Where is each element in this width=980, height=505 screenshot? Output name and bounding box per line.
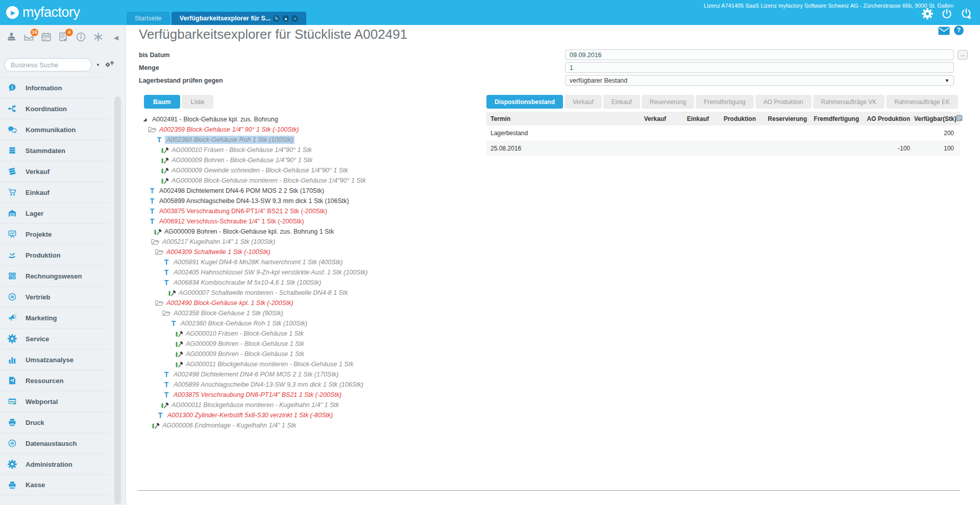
detail-tab-einkauf[interactable]: Einkauf — [603, 95, 640, 109]
tree-row-29[interactable]: TA001300 Zylinder-Kerbstift 5x8-S30 verz… — [138, 410, 485, 420]
help-icon[interactable]: ? — [954, 26, 964, 35]
tree-row-label: A006912 Verschluss-Schraube 1/4" 1 Stk (… — [158, 217, 306, 225]
sidebar-item-produktion[interactable]: Produktion — [0, 244, 109, 265]
tree-row-9[interactable]: TA003875 Verschraubung DN6-PT1/4" BS21 2… — [138, 206, 485, 216]
tree-row-28[interactable]: AG000011 Blockgehäuse montieren - Kugelh… — [138, 400, 485, 410]
asterisk-icon[interactable] — [93, 32, 104, 42]
tree-row-11[interactable]: AG000009 Bohren - Block-Gehäuse kpl. zus… — [138, 226, 485, 237]
tree-row-20[interactable]: TA002360 Block-Gehäuse Roh 1 Stk (100Stk… — [138, 318, 485, 329]
stock-check-select[interactable]: verfügbarer Bestand ▼ — [565, 75, 954, 86]
column-header-verf-gbar-stk-[interactable]: Verfügbar(Stk) — [912, 115, 956, 122]
sidebar-item-datenaustausch[interactable]: Datenaustausch — [0, 433, 109, 453]
detail-tab-rahmenaufträge-vk[interactable]: Rahmenaufträge VK — [813, 95, 885, 109]
detail-tab-dispositionsbestand[interactable]: Dispositionsbestand — [486, 95, 563, 109]
stamp-icon[interactable] — [6, 32, 17, 42]
sidebar-item-verkauf[interactable]: Verkauf — [0, 161, 109, 182]
session-tab-label: Verfügbarkeitsexplorer für S... — [180, 15, 271, 22]
tree-row-18[interactable]: A002490 Block-Gehäuse kpl. 1 Stk (-200St… — [138, 298, 485, 308]
tree-row-24[interactable]: AG000011 Blockgehäuse montieren - Block-… — [138, 359, 485, 369]
calendar-icon[interactable] — [41, 32, 52, 42]
tree-tab-liste[interactable]: Liste — [182, 95, 213, 109]
tree-row-3[interactable]: AG000010 Fräsen - Block-Gehäuse 1/4"90° … — [138, 145, 485, 155]
settings-gear-icon[interactable] — [922, 8, 933, 21]
tree-row-0[interactable]: ◢A002491 - Block-Gehäuse kpl. zus. Bohru… — [138, 114, 485, 124]
sidebar-item-druck[interactable]: Druck — [0, 412, 109, 433]
sidebar-item-ressourcen[interactable]: Ressourcen — [0, 370, 109, 391]
tree-row-5[interactable]: AG000009 Gewinde schneiden - Block-Gehäu… — [138, 165, 485, 175]
search-settings-gears-icon[interactable] — [104, 59, 115, 70]
sidebar-item-lager[interactable]: Lager — [0, 203, 109, 223]
business-search-input[interactable] — [4, 58, 92, 71]
tree-row-8[interactable]: TA005899 Anschlagscheibe DN4-13-SW 9,3 m… — [138, 196, 485, 206]
session-tab-0[interactable]: Startseite — [127, 12, 170, 25]
tree-row-6[interactable]: AG000008 Block-Gehäuse montieren - Block… — [138, 175, 485, 186]
tree-expanded-icon[interactable]: ◢ — [141, 115, 149, 123]
detail-tab-rahmenaufträge-ek[interactable]: Rahmenaufträge EK — [886, 95, 958, 109]
table-row-1[interactable]: 25.08.2016-100100 — [486, 141, 960, 156]
sidebar-item-administration[interactable]: Administration — [0, 453, 109, 474]
search-dropdown-icon[interactable]: ▼ — [96, 63, 100, 67]
sidebar-item-webportal[interactable]: wwwWebportal — [0, 391, 109, 412]
tree-row-12[interactable]: A005217 Kugelhahn 1/4" 1 Stk (100Stk) — [138, 237, 485, 247]
sidebar-scrollbar[interactable] — [114, 96, 121, 504]
tab-collapse-icon[interactable]: ▲ — [282, 15, 289, 22]
detail-tab-ao-produktion[interactable]: AO Produktion — [755, 95, 812, 109]
sidebar-item-service[interactable]: Service — [0, 328, 109, 349]
detail-tab-reservierung[interactable]: Reservierung — [642, 95, 694, 109]
tree-row-25[interactable]: TA002498 Dichtelement DN4-6 POM MOS 2 1 … — [138, 369, 485, 380]
detail-tab-verkauf[interactable]: Verkauf — [565, 95, 602, 109]
mail-icon[interactable] — [938, 27, 950, 37]
sidebar-item-stammdaten[interactable]: Stammdaten — [0, 140, 109, 161]
column-header-ao-produktion[interactable]: AO Produktion — [861, 115, 912, 122]
tree-row-13[interactable]: A004309 Schaltwelle 1 Stk (-100Stk) — [138, 247, 485, 257]
new-session-power-icon[interactable] — [961, 8, 973, 22]
tasks-icon[interactable]: 4 — [58, 32, 69, 42]
column-header-reservierung[interactable]: Reservierung — [758, 115, 809, 122]
tree-row-19[interactable]: A002358 Block-Gehäuse 1 Stk (90Stk) — [138, 308, 485, 318]
sidebar-item-marketing[interactable]: Marketing — [0, 307, 109, 328]
column-header-einkauf[interactable]: Einkauf — [668, 115, 711, 122]
tab-close-icon[interactable]: × — [291, 15, 298, 22]
sidebar-item-rechnungswesen[interactable]: Rechnungswesen — [0, 265, 109, 286]
sidebar-item-einkauf[interactable]: Einkauf — [0, 182, 109, 203]
column-header-fremdfertigung[interactable]: Fremdfertigung — [809, 115, 861, 122]
tree-row-26[interactable]: TA005899 Anschlagscheibe DN4-13-SW 9,3 m… — [138, 380, 485, 390]
session-tab-1[interactable]: Verfügbarkeitsexplorer für S...↻▲× — [172, 12, 307, 25]
tree-row-30[interactable]: AG000006 Endmontage - Kugelhahn 1/4" 1 S… — [138, 420, 485, 431]
tree-row-21[interactable]: AG000010 Fräsen - Block-Gehäuse 1 Stk — [138, 329, 485, 339]
column-header-termin[interactable]: Termin — [486, 115, 625, 122]
sidebar-item-koordination[interactable]: Koordination — [0, 98, 109, 119]
tree-row-27[interactable]: TA003875 Verschraubung DN6-PT1/4" BS21 1… — [138, 390, 485, 400]
sidebar-item-projekte[interactable]: Projekte — [0, 223, 109, 244]
tree-row-10[interactable]: TA006912 Verschluss-Schraube 1/4" 1 Stk … — [138, 216, 485, 226]
sidebar-item-umsatzanalyse[interactable]: Umsatzanalyse — [0, 349, 109, 370]
sidebar-item-information[interactable]: Information — [0, 77, 109, 98]
tab-refresh-icon[interactable]: ↻ — [273, 15, 280, 22]
tree-row-7[interactable]: TA002498 Dichtelement DN4-6 POM MOS 2 2 … — [138, 186, 485, 196]
column-header-verkauf[interactable]: Verkauf — [625, 115, 668, 122]
inbox-icon[interactable]: 15 — [23, 32, 34, 42]
tree-row-22[interactable]: AG000009 Bohren - Block-Gehäuse 1 Stk — [138, 339, 485, 349]
tree-row-15[interactable]: TA002405 Hahnschlüssel SW 9-Zn-kpl verst… — [138, 267, 485, 277]
sidebar-collapse-icon[interactable]: ◀ — [114, 34, 118, 41]
tree-row-2[interactable]: TA002360 Block-Gehäuse Roh 1 Stk (100Stk… — [138, 135, 485, 145]
column-settings-icon[interactable] — [956, 115, 963, 123]
date-picker-button[interactable]: ... — [958, 50, 968, 60]
sidebar-item-vertrieb[interactable]: Vertrieb — [0, 286, 109, 307]
tree-tab-baum[interactable]: Baum — [144, 95, 180, 109]
date-input[interactable] — [565, 49, 954, 60]
info-circle-icon[interactable] — [76, 32, 86, 42]
tree-row-14[interactable]: TA005891 Kugel DN4-6 Mn28K hartverchromt… — [138, 257, 485, 267]
quantity-input[interactable] — [565, 62, 954, 73]
detail-tab-fremdfertigung[interactable]: Fremdfertigung — [696, 95, 753, 109]
logout-power-icon[interactable] — [941, 8, 952, 21]
sidebar-item-kommunikation[interactable]: Kommunikation — [0, 119, 109, 140]
tree-row-16[interactable]: TA006834 Kombischraube M 5x10-4,6 1 Stk … — [138, 277, 485, 288]
tree-row-4[interactable]: AG000009 Bohren - Block-Gehäuse 1/4"90° … — [138, 155, 485, 165]
sidebar-item-kasse[interactable]: Kasse — [0, 474, 109, 495]
tree-row-23[interactable]: AG000009 Bohren - Block-Gehäuse 1 Stk — [138, 349, 485, 359]
table-row-0[interactable]: Lagerbestand200 — [486, 125, 960, 141]
tree-row-1[interactable]: A002359 Block-Gehäuse 1/4" 90° 1 Stk (-1… — [138, 124, 485, 135]
tree-row-17[interactable]: AG000007 Schaltwelle montieren - Schaltw… — [138, 288, 485, 298]
column-header-produktion[interactable]: Produktion — [711, 115, 758, 122]
